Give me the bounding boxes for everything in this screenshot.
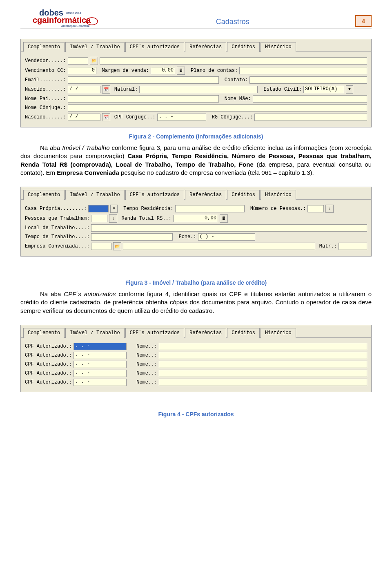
nome-conjuge-input[interactable] [68, 104, 367, 112]
margem-input[interactable]: 0,00 [151, 67, 175, 74]
tab-cpfs-autorizados[interactable]: CPF´s autorizados [125, 190, 184, 200]
tabs-row: Complemento Imóvel / Trabalho CPF´s auto… [21, 187, 371, 200]
cpf-autorizado-row: CPF Autorizado.: . . -Nome..: [25, 352, 367, 359]
vendedor-name-input[interactable] [100, 57, 367, 65]
contato-input[interactable] [249, 76, 367, 84]
tab-referencias[interactable]: Referências [185, 42, 226, 52]
tab-complemento[interactable]: Complemento [23, 42, 65, 52]
cpf-autorizado-input[interactable]: . . - [74, 352, 127, 359]
numero-pessoas-input[interactable] [307, 205, 324, 212]
logo: dobes desde 1964 cgainformática Automaçã… [20, 8, 110, 28]
figure-2-caption: Figura 2 - Complemento (informações adic… [20, 133, 372, 140]
calc-icon[interactable]: 🖩 [177, 67, 185, 75]
tab-historico[interactable]: Histórico [261, 328, 296, 338]
tempo-trabalho-input[interactable] [91, 233, 173, 241]
estado-civil-select[interactable]: SOLTEIRO(A) [303, 86, 344, 93]
matr-input[interactable] [339, 243, 367, 250]
renda-total-input[interactable]: 0,00 [173, 215, 218, 222]
natural-input[interactable] [139, 86, 258, 93]
tabs-row: Complemento Imóvel / Trabalho CPF´s auto… [21, 39, 371, 52]
chevron-down-icon[interactable]: ▼ [346, 85, 353, 94]
tab-imovel-trabalho[interactable]: Imóvel / Trabalho [65, 42, 124, 52]
logo-since-text: desde 1964 [66, 11, 81, 14]
nome-label: Nome..: [136, 344, 157, 349]
nome-pai-input[interactable] [68, 95, 219, 103]
fone-input[interactable]: ( ) - [198, 233, 255, 241]
estado-civil-label: Estado Civil: [263, 87, 302, 92]
nome-input[interactable] [159, 343, 367, 350]
contato-label: Contato: [225, 77, 248, 83]
tab-imovel-trabalho[interactable]: Imóvel / Trabalho [65, 190, 124, 200]
tempo-residencia-label: Tempo Residência: [123, 206, 173, 212]
tab-complemento[interactable]: Complemento [23, 328, 65, 338]
tab-referencias[interactable]: Referências [185, 190, 226, 200]
page-header: dobes desde 1964 cgainformática Automaçã… [20, 8, 372, 29]
nome-mae-label: Nome Mãe: [225, 96, 251, 102]
nascido-input[interactable]: / / [68, 86, 100, 93]
nome-label: Nome..: [136, 370, 157, 376]
vencimento-label: Vencimento CC: [25, 68, 66, 74]
empresa-conveniada-code-input[interactable] [91, 243, 111, 250]
nome-input[interactable] [159, 361, 367, 368]
cpf-conjuge-input[interactable]: . . - [157, 114, 206, 121]
tab-cpfs-autorizados[interactable]: CPF´s autorizados [125, 328, 184, 338]
cpf-autorizado-label: CPF Autorizado.: [25, 361, 72, 367]
nome-mae-input[interactable] [253, 95, 367, 103]
nome-input[interactable] [159, 379, 367, 386]
nascido-conjuge-label: Nascido......: [25, 114, 66, 120]
tempo-residencia-input[interactable] [175, 205, 245, 212]
form-panel-complemento: Complemento Imóvel / Trabalho CPF´s auto… [20, 39, 372, 127]
figure-3-caption: Figura 3 - Imóvel / Trabalho (para análi… [20, 279, 372, 286]
tab-imovel-trabalho[interactable]: Imóvel / Trabalho [65, 328, 124, 338]
renda-total-label: Renda Total R$..: [121, 216, 171, 221]
tabs-row: Complemento Imóvel / Trabalho CPF´s auto… [21, 325, 371, 338]
nascido-conjuge-input[interactable]: / / [68, 114, 100, 121]
tab-complemento[interactable]: Complemento [23, 190, 65, 200]
tab-creditos[interactable]: Créditos [227, 42, 260, 52]
cpf-autorizado-row: CPF Autorizado.: . . -Nome..: [25, 361, 367, 368]
nome-input[interactable] [159, 352, 367, 359]
casa-propria-select[interactable] [88, 205, 109, 212]
plano-input[interactable] [239, 67, 367, 74]
spinner-icon[interactable]: ↕ [325, 205, 334, 213]
vendedor-input[interactable] [68, 57, 88, 65]
cpf-autorizado-input[interactable]: . . - [74, 361, 127, 368]
cpf-autorizado-input[interactable]: . . - [74, 343, 127, 350]
spinner-icon[interactable]: ↕ [109, 214, 117, 223]
chevron-down-icon[interactable]: ▼ [110, 205, 118, 213]
page-number: 4 [355, 15, 372, 27]
pessoas-trabalham-input[interactable] [91, 215, 107, 222]
cpf-autorizado-row: CPF Autorizado.: . . -Nome..: [25, 343, 367, 350]
tempo-trabalho-label: Tempo de Trabalho....: [25, 234, 89, 240]
tab-creditos[interactable]: Créditos [227, 328, 260, 338]
tab-historico[interactable]: Histórico [261, 190, 296, 200]
form-panel-cpfs-autorizados: Complemento Imóvel / Trabalho CPF´s auto… [20, 325, 372, 392]
local-trabalho-input[interactable] [91, 224, 367, 232]
cpf-autorizado-label: CPF Autorizado.: [25, 353, 72, 358]
logo-sub-text: Automação Comercial [61, 25, 89, 28]
empresa-conveniada-label: Empresa Conveniada...: [25, 243, 89, 249]
cpf-autorizado-input[interactable]: . . - [74, 379, 127, 386]
tab-creditos[interactable]: Créditos [227, 190, 260, 200]
nome-input[interactable] [159, 370, 367, 377]
nome-pai-label: Nome Pai.....: [25, 96, 66, 102]
cpf-autorizado-row: CPF Autorizado.: . . -Nome..: [25, 370, 367, 377]
nome-conjuge-label: Nome Cônjuge.: [25, 105, 66, 111]
rg-conjuge-input[interactable] [254, 114, 367, 121]
calendar-icon[interactable]: 📅 [102, 113, 110, 121]
matr-label: Matr.: [319, 243, 337, 249]
empresa-conveniada-name-input[interactable] [123, 243, 315, 250]
tab-cpfs-autorizados[interactable]: CPF´s autorizados [125, 42, 184, 52]
calendar-icon[interactable]: 📅 [102, 85, 110, 94]
paragraph-2: Na aba CPF´s autorizados conforme figura… [20, 290, 372, 315]
calc-icon[interactable]: 🖩 [220, 214, 228, 223]
folder-icon[interactable]: 📂 [113, 242, 121, 250]
folder-icon[interactable]: 📂 [90, 57, 98, 65]
tab-historico[interactable]: Histórico [261, 42, 296, 52]
local-trabalho-label: Local de Trabalho....: [25, 225, 89, 231]
vencimento-input[interactable]: 0 [68, 67, 96, 74]
cpf-autorizado-input[interactable]: . . - [74, 370, 127, 377]
casa-propria-label: Casa Própria........: [25, 206, 87, 212]
tab-referencias[interactable]: Referências [185, 328, 226, 338]
email-input[interactable] [68, 76, 219, 84]
